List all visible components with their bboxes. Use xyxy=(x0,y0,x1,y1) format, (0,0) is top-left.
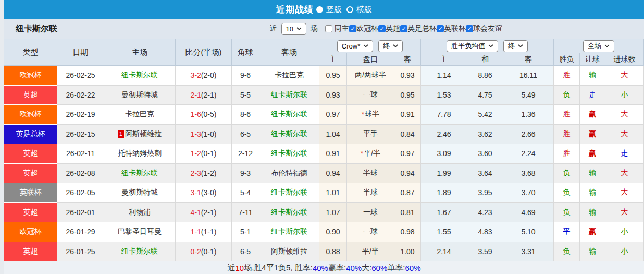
home-team[interactable]: 利物浦 xyxy=(104,203,176,223)
odds-handicap: 一球 xyxy=(347,86,394,105)
half-score: (0-5) xyxy=(201,110,217,118)
home-team-name[interactable]: 纽卡斯尔联 xyxy=(121,247,158,256)
away-team[interactable]: 布伦特福德 xyxy=(259,164,319,184)
avg-time-select[interactable]: 终 xyxy=(503,40,528,52)
filter-checkbox-item[interactable]: ✓英联杯 xyxy=(437,24,466,33)
half-score: (0-1) xyxy=(201,149,217,158)
away-team-name[interactable]: 纽卡斯尔联 xyxy=(271,208,307,217)
checkbox-icon[interactable]: ✓ xyxy=(349,25,356,32)
layout-radio-horizontal[interactable]: 横版 xyxy=(346,5,372,15)
filter-checkbox-item[interactable]: 同主 xyxy=(323,24,349,33)
away-team[interactable]: 卡拉巴克 xyxy=(259,66,319,86)
away-team-name[interactable]: 纽卡斯尔联 xyxy=(271,227,307,236)
league-badge[interactable]: 英超 xyxy=(4,203,57,223)
checkbox-icon[interactable]: ✓ xyxy=(378,25,386,32)
checkbox-icon[interactable]: ✓ xyxy=(400,25,407,32)
home-team-name[interactable]: 曼彻斯特城 xyxy=(121,188,158,197)
layout-radio-vertical[interactable]: 竖版 xyxy=(316,5,342,15)
scope-select[interactable]: 全场 xyxy=(583,40,614,52)
league-badge[interactable]: 英足总杯 xyxy=(4,125,57,145)
recent-count-select[interactable]: 10 xyxy=(281,23,306,35)
odds-dropdown-group: Crow* 终 xyxy=(319,39,421,53)
league-badge[interactable]: 英超 xyxy=(4,242,57,262)
match-score[interactable]: 3-2(2-0) xyxy=(176,66,232,86)
away-team-name[interactable]: 卡拉巴克 xyxy=(275,70,304,80)
home-team[interactable]: 巴黎圣日耳曼 xyxy=(104,222,176,242)
away-team[interactable]: 纽卡斯尔联 xyxy=(259,144,319,164)
match-score[interactable]: 2-3(1-2) xyxy=(176,164,232,184)
league-badge[interactable]: 欧冠杯 xyxy=(4,222,57,242)
match-score[interactable]: 0-2(0-1) xyxy=(176,242,232,262)
home-team-name[interactable]: 卡拉巴克 xyxy=(125,110,154,119)
league-badge[interactable]: 英联杯 xyxy=(4,183,57,203)
chevron-down-icon xyxy=(296,27,302,30)
match-score[interactable]: 2-1(2-1) xyxy=(176,86,232,105)
home-team-name[interactable]: 曼彻斯特城 xyxy=(121,90,158,100)
avg-dropdown-group: 胜平负均值 终 xyxy=(421,39,554,53)
subheader-avg-away: 客 xyxy=(503,53,554,66)
avg-type-select[interactable]: 胜平负均值 xyxy=(447,40,498,52)
home-team[interactable]: 曼彻斯特城 xyxy=(104,183,176,203)
away-team[interactable]: 纽卡斯尔联 xyxy=(259,183,319,203)
home-team-name[interactable]: 纽卡斯尔联 xyxy=(121,169,158,178)
league-badge[interactable]: 英超 xyxy=(4,86,57,105)
filter-checkbox-item[interactable]: ✓球会友谊 xyxy=(466,24,502,33)
home-team-name[interactable]: 纽卡斯尔联 xyxy=(121,70,158,80)
match-score[interactable]: 1-1(1-1) xyxy=(176,222,232,242)
match-date: 26-01-25 xyxy=(57,242,104,262)
league-badge[interactable]: 英超 xyxy=(4,144,57,164)
away-team[interactable]: 纽卡斯尔联 xyxy=(259,125,319,145)
away-team[interactable]: 纽卡斯尔联 xyxy=(259,222,319,242)
match-score[interactable]: 1-2(0-1) xyxy=(176,144,232,164)
home-team-name[interactable]: 巴黎圣日耳曼 xyxy=(118,227,162,236)
checkbox-label: 英联杯 xyxy=(444,24,466,33)
filter-checkbox-item[interactable]: ✓欧冠杯 xyxy=(349,24,378,33)
match-score[interactable]: 4-1(2-1) xyxy=(176,203,232,223)
league-badge[interactable]: 欧冠杯 xyxy=(4,66,57,86)
home-team-name[interactable]: 托特纳姆热刺 xyxy=(118,149,162,158)
odds-handicap: 平手 xyxy=(347,125,394,145)
away-team[interactable]: 阿斯顿维拉 xyxy=(259,242,319,262)
handicap-text: 两/两球半 xyxy=(355,70,386,80)
away-team-name[interactable]: 布伦特福德 xyxy=(271,169,307,178)
away-team[interactable]: 纽卡斯尔联 xyxy=(259,105,319,125)
avg-draw: 3.95 xyxy=(467,183,503,203)
away-team-name[interactable]: 纽卡斯尔联 xyxy=(271,129,307,139)
match-date: 26-02-25 xyxy=(57,66,104,86)
away-team[interactable]: 纽卡斯尔联 xyxy=(259,86,319,105)
home-team[interactable]: 纽卡斯尔联 xyxy=(104,66,176,86)
home-team-name[interactable]: 利物浦 xyxy=(129,208,151,217)
match-score[interactable]: 1-3(1-0) xyxy=(176,125,232,145)
home-team[interactable]: 托特纳姆热刺 xyxy=(104,144,176,164)
home-team[interactable]: 纽卡斯尔联 xyxy=(104,242,176,262)
away-team-name[interactable]: 纽卡斯尔联 xyxy=(271,149,307,158)
checkbox-icon[interactable]: ✓ xyxy=(466,25,473,32)
header-home: 主场 xyxy=(104,39,176,66)
checkbox-icon[interactable]: ✓ xyxy=(437,25,444,32)
summary-text: 近 xyxy=(227,263,235,273)
home-team[interactable]: 卡拉巴克 xyxy=(104,105,176,125)
match-score[interactable]: 1-6(0-5) xyxy=(176,105,232,125)
odds-time-select[interactable]: 终 xyxy=(378,40,403,52)
league-badge[interactable]: 英超 xyxy=(4,164,57,184)
away-team-name[interactable]: 纽卡斯尔联 xyxy=(271,110,307,119)
match-score[interactable]: 3-1(3-0) xyxy=(176,183,232,203)
result-outcome: 胜 xyxy=(554,105,580,125)
away-team[interactable]: 纽卡斯尔联 xyxy=(259,203,319,223)
home-team[interactable]: 曼彻斯特城 xyxy=(104,86,176,105)
home-team[interactable]: 1阿斯顿维拉 xyxy=(104,125,176,145)
handicap-text: 一球 xyxy=(363,90,378,100)
away-team-name[interactable]: 纽卡斯尔联 xyxy=(271,90,307,100)
checkbox-label: 英超 xyxy=(386,24,400,33)
away-team-name[interactable]: 阿斯顿维拉 xyxy=(271,247,307,256)
home-team[interactable]: 纽卡斯尔联 xyxy=(104,164,176,184)
checkbox-icon[interactable] xyxy=(325,25,332,32)
league-badge[interactable]: 欧冠杯 xyxy=(4,105,57,125)
away-team-name[interactable]: 纽卡斯尔联 xyxy=(271,188,307,197)
avg-away: 3.70 xyxy=(503,183,554,203)
odds-company-select[interactable]: Crow* xyxy=(337,40,373,52)
result-outcome: 负 xyxy=(554,183,580,203)
filter-checkbox-item[interactable]: ✓英足总杯 xyxy=(400,24,437,33)
filter-checkbox-item[interactable]: ✓英超 xyxy=(378,24,400,33)
home-team-name[interactable]: 阿斯顿维拉 xyxy=(125,129,162,139)
